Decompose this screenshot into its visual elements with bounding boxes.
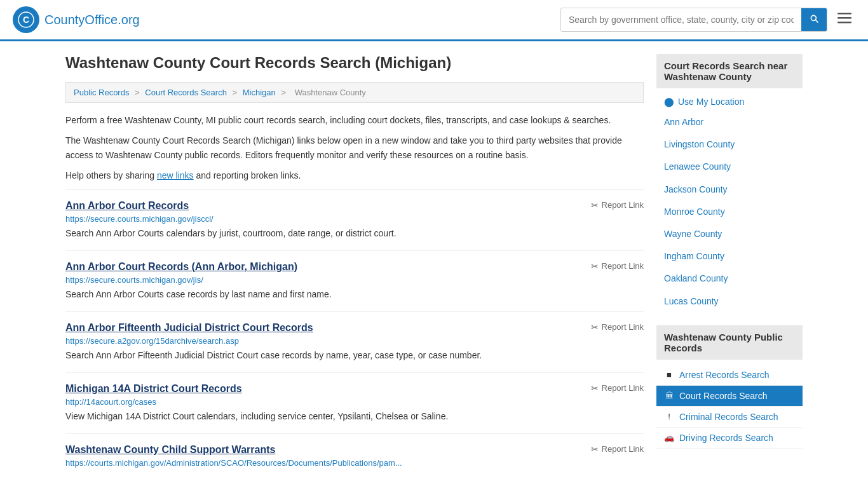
- logo-brand: CountyOffice: [44, 13, 118, 27]
- sidebar-public-records-heading: Washtenaw County Public Records: [656, 325, 803, 360]
- header-right: [560, 7, 855, 32]
- svg-rect-2: [837, 13, 851, 15]
- new-links-link[interactable]: new links: [157, 170, 194, 180]
- result-item-4: Washtenaw County Child Support Warrants …: [65, 433, 644, 481]
- result-url-3[interactable]: http://14acourt.org/cases: [65, 397, 644, 407]
- sidebar-nearby-ann-arbor[interactable]: Ann Arbor: [656, 111, 803, 133]
- report-label-2: Report Link: [602, 322, 644, 332]
- sidebar-criminal-records[interactable]: ! Criminal Records Search: [656, 407, 803, 428]
- result-header-2: Ann Arbor Fifteenth Judicial District Co…: [65, 322, 644, 336]
- result-url-4[interactable]: https://courts.michigan.gov/Administrati…: [65, 458, 644, 468]
- breadcrumb-public-records[interactable]: Public Records: [74, 88, 129, 97]
- sidebar-nearby-wayne[interactable]: Wayne County: [656, 223, 803, 245]
- result-item: Ann Arbor Court Records ✂ Report Link ht…: [65, 189, 644, 250]
- report-icon-2: ✂: [591, 322, 599, 332]
- result-url-0[interactable]: https://secure.courts.michigan.gov/jiscc…: [65, 214, 644, 224]
- svg-text:C: C: [23, 15, 29, 25]
- report-label-3: Report Link: [602, 383, 644, 393]
- report-link-0[interactable]: ✂ Report Link: [591, 200, 644, 210]
- description-para2: The Washtenaw County Court Records Searc…: [65, 133, 644, 162]
- search-button[interactable]: [801, 8, 827, 31]
- use-my-location-button[interactable]: ⬤ Use My Location: [656, 93, 803, 110]
- report-label-1: Report Link: [602, 261, 644, 271]
- description-para3-after: and reporting broken links.: [194, 170, 301, 180]
- result-title-0[interactable]: Ann Arbor Court Records: [65, 200, 189, 212]
- driving-records-link[interactable]: Driving Records Search: [679, 433, 773, 443]
- breadcrumb-sep2: >: [233, 88, 238, 97]
- sidebar-arrest-records[interactable]: ■ Arrest Records Search: [656, 365, 803, 386]
- results-list: Ann Arbor Court Records ✂ Report Link ht…: [65, 189, 644, 481]
- sidebar-nearby-heading: Court Records Search near Washtenaw Coun…: [656, 54, 803, 88]
- result-item-2: Ann Arbor Fifteenth Judicial District Co…: [65, 311, 644, 372]
- result-title-4[interactable]: Washtenaw County Child Support Warrants: [65, 444, 275, 456]
- court-records-icon: 🏛: [664, 391, 674, 401]
- result-title-3[interactable]: Michigan 14A District Court Records: [65, 383, 242, 395]
- sidebar-court-records[interactable]: 🏛 Court Records Search: [656, 386, 803, 407]
- content-area: Washtenaw County Court Records Search (M…: [65, 54, 644, 481]
- result-header-4: Washtenaw County Child Support Warrants …: [65, 444, 644, 458]
- result-item-3: Michigan 14A District Court Records ✂ Re…: [65, 372, 644, 433]
- result-url-2[interactable]: https://secure.a2gov.org/15darchive/sear…: [65, 336, 644, 346]
- court-records-link[interactable]: Court Records Search: [679, 391, 768, 401]
- result-header-3: Michigan 14A District Court Records ✂ Re…: [65, 383, 644, 397]
- logo-suffix: .org: [118, 13, 139, 27]
- header: C CountyOffice.org: [0, 0, 868, 41]
- search-input[interactable]: [561, 10, 801, 30]
- criminal-records-icon: !: [664, 412, 674, 422]
- sidebar-nearby-jackson[interactable]: Jackson County: [656, 179, 803, 201]
- menu-button[interactable]: [834, 7, 855, 32]
- report-link-2[interactable]: ✂ Report Link: [591, 322, 644, 332]
- sidebar-nearby-livingston[interactable]: Livingston County: [656, 133, 803, 156]
- report-icon-4: ✂: [591, 444, 599, 454]
- driving-records-icon: 🚗: [664, 433, 674, 443]
- breadcrumb-sep1: >: [135, 88, 140, 97]
- breadcrumb-court-records[interactable]: Court Records Search: [145, 88, 227, 97]
- description-para3: Help others by sharing new links and rep…: [65, 168, 644, 182]
- description-para3-before: Help others by sharing: [65, 170, 157, 180]
- sidebar-nearby-oakland[interactable]: Oakland County: [656, 268, 803, 290]
- result-desc-2: Search Ann Arbor Fifteenth Judicial Dist…: [65, 349, 644, 362]
- report-icon-1: ✂: [591, 261, 599, 271]
- result-title-1[interactable]: Ann Arbor Court Records (Ann Arbor, Mich…: [65, 261, 297, 273]
- breadcrumb-washtenaw: Washtenaw County: [295, 88, 366, 97]
- report-label-0: Report Link: [602, 200, 644, 210]
- report-link-1[interactable]: ✂ Report Link: [591, 261, 644, 271]
- breadcrumb: Public Records > Court Records Search > …: [65, 82, 644, 103]
- arrest-records-icon: ■: [664, 370, 674, 380]
- report-link-4[interactable]: ✂ Report Link: [591, 444, 644, 454]
- breadcrumb-sep3: >: [281, 88, 286, 97]
- report-icon-3: ✂: [591, 383, 599, 393]
- sidebar-nearby-lucas[interactable]: Lucas County: [656, 290, 803, 313]
- arrest-records-link[interactable]: Arrest Records Search: [679, 370, 770, 380]
- sidebar: Court Records Search near Washtenaw Coun…: [656, 54, 803, 481]
- main-container: Washtenaw County Court Records Search (M…: [53, 41, 815, 488]
- breadcrumb-michigan[interactable]: Michigan: [243, 88, 276, 97]
- sidebar-driving-records[interactable]: 🚗 Driving Records Search: [656, 428, 803, 449]
- report-link-3[interactable]: ✂ Report Link: [591, 383, 644, 393]
- result-header-1: Ann Arbor Court Records (Ann Arbor, Mich…: [65, 261, 644, 275]
- result-title-2[interactable]: Ann Arbor Fifteenth Judicial District Co…: [65, 322, 313, 334]
- logo-text: CountyOffice.org: [44, 13, 140, 27]
- result-url-1[interactable]: https://secure.courts.michigan.gov/jis/: [65, 275, 644, 285]
- result-desc-0: Search Ann Arbor Courts calendars by jur…: [65, 227, 644, 240]
- location-icon: ⬤: [664, 97, 674, 107]
- page-title: Washtenaw County Court Records Search (M…: [65, 54, 644, 72]
- logo-area: C CountyOffice.org: [13, 6, 140, 33]
- sidebar-nearby-monroe[interactable]: Monroe County: [656, 201, 803, 223]
- result-item-1: Ann Arbor Court Records (Ann Arbor, Mich…: [65, 250, 644, 311]
- sidebar-nearby-ingham[interactable]: Ingham County: [656, 245, 803, 268]
- result-desc-3: View Michigan 14A District Court calenda…: [65, 410, 644, 423]
- svg-rect-3: [837, 17, 851, 19]
- result-header-0: Ann Arbor Court Records ✂ Report Link: [65, 200, 644, 214]
- description-para1: Perform a free Washtenaw County, MI publ…: [65, 113, 644, 127]
- use-my-location-label: Use My Location: [678, 97, 744, 107]
- report-icon-0: ✂: [591, 200, 599, 210]
- sidebar-public-records-section: Washtenaw County Public Records ■ Arrest…: [656, 325, 803, 449]
- logo-icon: C: [13, 6, 39, 33]
- result-desc-1: Search Ann Arbor Courts case records by …: [65, 288, 644, 301]
- criminal-records-link[interactable]: Criminal Records Search: [679, 412, 778, 422]
- sidebar-nearby-section: Court Records Search near Washtenaw Coun…: [656, 54, 803, 313]
- svg-rect-4: [837, 22, 851, 24]
- sidebar-nearby-lenawee[interactable]: Lenawee County: [656, 156, 803, 178]
- report-label-4: Report Link: [602, 444, 644, 454]
